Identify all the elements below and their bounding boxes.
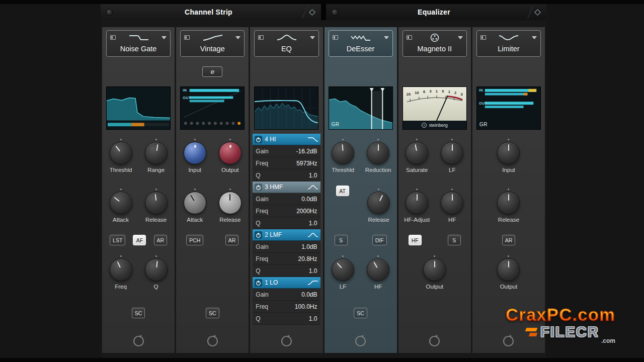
module-eq: EQ (250, 27, 323, 353)
band-power-button[interactable] (255, 184, 262, 191)
magneto-hf-knob[interactable] (441, 192, 463, 214)
knob-label: HF-Adjust (404, 217, 430, 223)
deesser-release-knob[interactable] (367, 192, 390, 214)
ar-button[interactable]: AR (154, 235, 168, 245)
vintage-input-knob[interactable] (184, 142, 206, 164)
sidechain-button[interactable]: SC (132, 308, 145, 318)
band-q-row[interactable]: Q 1.0 (253, 169, 320, 182)
band-power-button[interactable] (255, 136, 262, 143)
tab-equalizer[interactable]: Equalizer (326, 4, 546, 20)
noise-gate-q-knob[interactable] (145, 258, 168, 281)
magneto-lf-knob[interactable] (441, 142, 463, 164)
dif-button[interactable]: DIF (372, 235, 387, 245)
af-button[interactable]: AF (133, 235, 146, 245)
eq-band-lmf-header[interactable]: 2 LMF (253, 229, 320, 241)
module-cycle-button[interactable] (206, 334, 219, 348)
limiter-output-knob[interactable] (497, 258, 520, 281)
band-q-row[interactable]: Q 1.0 (253, 313, 320, 325)
tape-reel-icon (429, 33, 441, 42)
band-gain-row[interactable]: Gain 1.0dB (253, 241, 320, 253)
band-freq-row[interactable]: Freq 5973Hz (253, 157, 320, 169)
magneto-output-knob[interactable] (423, 258, 446, 281)
ar-button[interactable]: AR (502, 235, 516, 245)
bottom-edge (0, 358, 644, 362)
chevron-down-icon[interactable] (310, 36, 315, 39)
band-power-button[interactable] (255, 231, 262, 239)
eq-band-hi-header[interactable]: 4 HI (253, 134, 320, 145)
band-gain-row[interactable]: Gain -16.2dB (253, 145, 320, 157)
noise-gate-release-knob[interactable] (145, 192, 168, 214)
band-q-row[interactable]: Q 1.0 (253, 265, 320, 277)
limiter-input-knob[interactable] (497, 142, 520, 164)
limiter-release-knob[interactable] (497, 192, 520, 214)
module-cycle-button[interactable] (428, 334, 441, 348)
magneto-saturate-knob[interactable] (406, 142, 428, 164)
noise-gate-freq-knob[interactable] (110, 258, 132, 281)
module-cycle-button[interactable] (502, 334, 515, 348)
deesser-threshold-knob[interactable] (332, 142, 354, 164)
band-freq-row[interactable]: Freq 20.8Hz (253, 253, 320, 265)
chevron-down-icon[interactable] (458, 36, 463, 39)
module-cycle-button[interactable] (354, 334, 367, 348)
ar-button[interactable]: AR (225, 235, 239, 245)
noise-gate-attack-knob[interactable] (110, 192, 132, 214)
band-power-button[interactable] (255, 279, 262, 287)
deesser-selector[interactable]: DeEsser (329, 30, 393, 57)
q-label: Q (256, 267, 260, 275)
lst-button[interactable]: LST (110, 235, 125, 245)
eq-display[interactable] (254, 86, 318, 130)
limiter-footer (472, 334, 545, 348)
chevron-down-icon[interactable] (162, 36, 167, 39)
vintage-release-knob[interactable] (219, 192, 242, 214)
tab-channel-strip[interactable]: Channel Strip (101, 4, 321, 20)
vintage-selector[interactable]: Vintage (180, 30, 245, 57)
noise-gate-range-knob[interactable] (145, 142, 168, 164)
band-gain-row[interactable]: Gain 0.0dB (253, 289, 320, 301)
eq-selector[interactable]: EQ (254, 30, 318, 57)
chevron-down-icon[interactable] (532, 36, 537, 39)
noise-gate-footer (102, 334, 175, 348)
chevron-down-icon[interactable] (235, 36, 240, 39)
magneto-selector[interactable]: Magneto II (403, 30, 467, 57)
deesser-hf-knob[interactable] (367, 258, 389, 281)
eq-band-lo-header[interactable]: 1 LO (253, 277, 320, 289)
sidechain-button[interactable]: SC (354, 308, 367, 318)
band-freq-row[interactable]: Freq 100.0Hz (253, 301, 320, 313)
gain-label: Gain (256, 291, 268, 298)
noise-gate-selector[interactable]: Noise Gate (106, 30, 171, 57)
knob-tick (120, 255, 122, 257)
power-led-icon[interactable] (106, 9, 113, 16)
sidechain-button[interactable]: SC (206, 308, 219, 318)
vintage-output-knob[interactable] (219, 142, 242, 164)
vintage-attack-knob[interactable] (184, 192, 206, 214)
module-cycle-button[interactable] (280, 334, 293, 348)
band-name: 3 HMF (265, 184, 304, 191)
eq-band-hmf-header[interactable]: 3 HMF (253, 182, 320, 193)
band-freq-row[interactable]: Freq 2000Hz (253, 205, 320, 217)
magneto-hf-adjust-knob[interactable] (406, 192, 428, 214)
solo-button[interactable]: S (335, 235, 348, 245)
diamond-icon[interactable] (534, 9, 541, 16)
knob-tick (155, 189, 157, 190)
deesser-reduction-knob[interactable] (367, 142, 389, 164)
knob-tick (451, 139, 453, 140)
module-cycle-button[interactable] (132, 334, 145, 348)
freq-value: 100.0Hz (295, 303, 317, 310)
at-button[interactable]: AT (336, 186, 349, 196)
hf-button[interactable]: HF (409, 235, 422, 245)
hf-adjust-knob-unit: HF-Adjust (400, 189, 434, 223)
deesser-lf-knob[interactable] (332, 258, 354, 281)
limiter-selector[interactable]: Limiter (476, 30, 541, 57)
power-led-icon[interactable] (332, 9, 338, 16)
chevron-down-icon[interactable] (384, 36, 389, 39)
solo-button[interactable]: S (448, 235, 461, 245)
band-gain-row[interactable]: Gain 0.0dB (253, 193, 320, 205)
edit-button[interactable]: e (202, 66, 222, 77)
pch-button[interactable]: PCH (186, 235, 203, 245)
noise-gate-threshold-knob[interactable] (110, 142, 132, 164)
top-edge (0, 0, 644, 4)
deesser-footer (325, 334, 397, 348)
band-q-row[interactable]: Q 1.0 (253, 217, 320, 229)
vintage-footer (176, 334, 249, 348)
diamond-icon[interactable] (309, 9, 315, 16)
